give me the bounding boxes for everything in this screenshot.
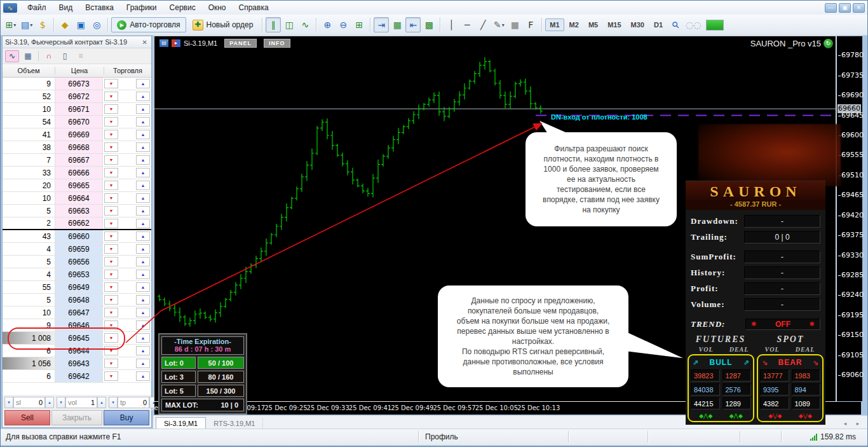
price-cell[interactable]: 69642 bbox=[55, 370, 103, 382]
sell-tick-button[interactable]: ▼ bbox=[104, 333, 118, 343]
price-cell[interactable]: 69645 bbox=[55, 332, 103, 344]
chart-area[interactable]: ▤ ▸ Si-3.19,M1 PANEL INFO SAURON _Pro v1… bbox=[154, 36, 836, 401]
price-cell[interactable]: 69666 bbox=[55, 167, 103, 179]
spin-up-button[interactable]: ▴ bbox=[97, 397, 106, 408]
price-cell[interactable]: 69656 bbox=[55, 256, 103, 268]
menu-item-2[interactable]: Вставка bbox=[79, 1, 120, 14]
new-order-button[interactable]: ✚Новый ордер bbox=[187, 17, 259, 32]
horizontal-line-button[interactable]: ─ bbox=[459, 17, 475, 32]
sell-tick-button[interactable]: ▼ bbox=[104, 295, 118, 305]
buy-tick-button[interactable]: ▲ bbox=[136, 270, 150, 279]
price-cell[interactable]: 69660 bbox=[55, 230, 103, 242]
sell-tick-button[interactable]: ▼ bbox=[104, 359, 118, 368]
timeframe-m1[interactable]: M1 bbox=[545, 18, 564, 31]
sell-tick-button[interactable]: ▼ bbox=[104, 231, 118, 241]
sell-tick-button[interactable]: ▼ bbox=[104, 155, 118, 165]
strategy-tester-button[interactable]: ◎ bbox=[89, 17, 104, 32]
sell-tick-button[interactable]: ▼ bbox=[104, 320, 118, 330]
spin-down-button[interactable]: ▾ bbox=[57, 397, 65, 408]
menu-item-6[interactable]: Справка bbox=[233, 1, 275, 14]
spin-down-button[interactable]: ▾ bbox=[109, 397, 118, 408]
status-profile[interactable]: Профиль bbox=[425, 432, 458, 441]
price-cell[interactable]: 69672 bbox=[55, 90, 103, 102]
one-click-trading-icon[interactable]: ▸ bbox=[172, 39, 180, 47]
tab-scroll-left-button[interactable]: ◂ bbox=[839, 419, 851, 428]
restore-button[interactable]: ▣ bbox=[839, 3, 851, 13]
sell-tick-button[interactable]: ▼ bbox=[104, 117, 118, 127]
sell-tick-button[interactable]: ▼ bbox=[104, 104, 118, 114]
menu-item-3[interactable]: Графики bbox=[120, 1, 163, 14]
sell-tick-button[interactable]: ▼ bbox=[104, 92, 118, 101]
chart-template-button[interactable]: ▩ bbox=[421, 17, 437, 32]
price-cell[interactable]: 69648 bbox=[55, 294, 103, 306]
buy-tick-button[interactable]: ▲ bbox=[136, 308, 150, 317]
dom-titlebar[interactable]: Si-3.19, Фьючерсный контракт Si-3.19 ✕ bbox=[3, 36, 151, 48]
timeframe-m15[interactable]: M15 bbox=[603, 18, 625, 31]
vertical-line-button[interactable]: │ bbox=[444, 17, 459, 32]
price-cell[interactable]: 69665 bbox=[55, 179, 103, 191]
sell-tick-button[interactable]: ▼ bbox=[104, 130, 118, 139]
price-cell[interactable]: 69662 bbox=[55, 217, 103, 229]
navigator-button[interactable]: ▣ bbox=[73, 17, 88, 32]
buy-tick-button[interactable]: ▲ bbox=[136, 193, 150, 203]
buy-tick-button[interactable]: ▲ bbox=[136, 219, 150, 228]
dom-close-button[interactable]: ✕ bbox=[141, 39, 149, 46]
spin-up-button[interactable]: ▴ bbox=[45, 397, 54, 408]
price-cell[interactable]: 69649 bbox=[55, 281, 103, 293]
quotes-book-button[interactable]: ◆ bbox=[57, 17, 72, 32]
timeframe-m5[interactable]: M5 bbox=[584, 18, 602, 31]
close-button[interactable]: ✕ bbox=[853, 3, 865, 13]
price-cell[interactable]: 69664 bbox=[55, 192, 103, 204]
price-cell[interactable]: 69673 bbox=[55, 78, 103, 90]
new-chart-button[interactable]: ⊞▾ bbox=[3, 17, 18, 32]
chart-screenshot-button[interactable]: ▦ bbox=[390, 17, 405, 32]
buy-tick-button[interactable]: ▲ bbox=[136, 371, 150, 381]
sell-tick-button[interactable]: ▼ bbox=[104, 142, 118, 152]
sell-tick-button[interactable]: ▼ bbox=[104, 168, 118, 177]
profiles-button[interactable]: ▤▾ bbox=[19, 17, 34, 32]
buy-tick-button[interactable]: ▲ bbox=[136, 142, 150, 152]
price-cell[interactable]: 69663 bbox=[55, 205, 103, 217]
quotes-table-icon[interactable]: ▤ bbox=[159, 39, 168, 47]
price-cell[interactable]: 69659 bbox=[55, 243, 103, 255]
buy-tick-button[interactable]: ▲ bbox=[136, 231, 150, 241]
magnet-button[interactable]: ∩ bbox=[42, 50, 56, 62]
indicator-globe-icon[interactable]: ↻ bbox=[824, 39, 833, 48]
bull-header[interactable]: ⇗BULL⇗ bbox=[691, 357, 751, 368]
buy-tick-button[interactable]: ▲ bbox=[136, 117, 150, 127]
price-cell[interactable]: 69646 bbox=[55, 319, 103, 331]
sell-tick-button[interactable]: ▼ bbox=[104, 193, 118, 203]
timeframe-m2[interactable]: M2 bbox=[565, 18, 583, 31]
buy-tick-button[interactable]: ▲ bbox=[136, 257, 150, 266]
price-cell[interactable]: 69644 bbox=[55, 345, 103, 357]
tab-si-3-19-m1[interactable]: Si-3.19,M1 bbox=[156, 417, 206, 430]
timeframe-m30[interactable]: M30 bbox=[627, 18, 649, 31]
price-scale[interactable]: 69660 6978069735696906964569600695556951… bbox=[837, 36, 862, 401]
panel-button[interactable]: PANEL bbox=[224, 39, 257, 48]
bear-header[interactable]: ⇘BEAR⇘ bbox=[760, 357, 820, 368]
chart-toggle-button[interactable]: ∿ bbox=[5, 50, 19, 62]
zoom-out-button[interactable]: ⊖ bbox=[336, 17, 351, 32]
buy-tick-button[interactable]: ▲ bbox=[136, 181, 150, 190]
info-button[interactable]: INFO bbox=[264, 39, 290, 48]
sell-tick-button[interactable]: ▼ bbox=[104, 371, 118, 381]
orders-button[interactable]: ≡ bbox=[74, 50, 88, 62]
auto-scroll-button[interactable]: ⇥ bbox=[374, 17, 389, 32]
menu-item-0[interactable]: Файл bbox=[21, 1, 53, 14]
minimize-button[interactable]: — bbox=[825, 3, 837, 13]
buy-tick-button[interactable]: ▲ bbox=[136, 104, 150, 114]
price-cell[interactable]: 69671 bbox=[55, 103, 103, 115]
chat-button[interactable]: ◌◌ bbox=[684, 17, 703, 32]
sell-tick-button[interactable]: ▼ bbox=[104, 270, 118, 279]
menu-item-4[interactable]: Сервис bbox=[163, 1, 202, 14]
buy-tick-button[interactable]: ▲ bbox=[136, 155, 150, 165]
sell-tick-button[interactable]: ▼ bbox=[104, 282, 118, 292]
market-watch-button[interactable]: $ bbox=[35, 17, 50, 32]
buy-tick-button[interactable]: ▲ bbox=[136, 206, 150, 216]
price-cell[interactable]: 69669 bbox=[55, 128, 103, 141]
tile-windows-button[interactable]: ⊞ bbox=[351, 17, 367, 32]
sell-tick-button[interactable]: ▼ bbox=[104, 257, 118, 266]
sell-tick-button[interactable]: ▼ bbox=[104, 244, 118, 254]
price-cell[interactable]: 69667 bbox=[55, 154, 103, 166]
timeframe-d1[interactable]: D1 bbox=[649, 18, 667, 31]
